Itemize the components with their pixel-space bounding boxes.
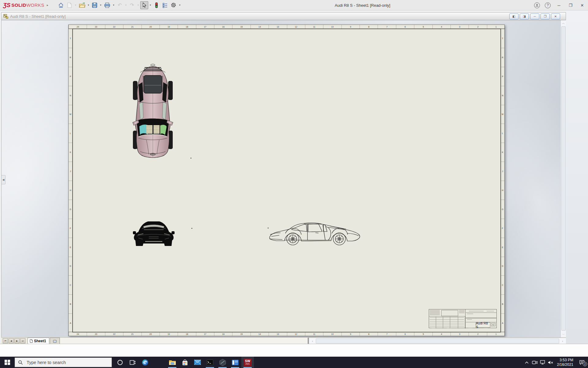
volume-muted-icon[interactable]: [547, 357, 555, 368]
minimize-button[interactable]: ─: [556, 3, 562, 8]
task-view-icon: [130, 360, 136, 365]
help-icon[interactable]: ?: [545, 2, 551, 8]
zone-number-label: 18: [178, 25, 196, 29]
settings-caret-icon[interactable]: ▾: [178, 4, 181, 6]
restore-button[interactable]: ❐: [567, 3, 574, 8]
select-tool-button[interactable]: [140, 1, 148, 9]
side-view-audi-r8[interactable]: [267, 220, 364, 246]
mail-button[interactable]: [191, 357, 204, 368]
rebuild-traffic-light-icon: [155, 2, 158, 8]
zone-number-label: 16: [214, 332, 232, 336]
new-document-icon: [67, 2, 72, 8]
select-tool-caret-icon[interactable]: ▾: [149, 4, 152, 6]
taskbar-clock[interactable]: 3:53 PM 2/16/2021: [555, 358, 576, 367]
hexagon-app-button[interactable]: [216, 357, 229, 368]
solidworks-logo-mark: ƷS: [3, 2, 10, 9]
scroll-right-icon[interactable]: ›: [560, 338, 565, 344]
first-sheet-button[interactable]: ⏮: [3, 338, 8, 343]
vertical-scrollbar[interactable]: ︿ ﹀: [560, 20, 566, 337]
horizontal-scrollbar-thumb[interactable]: [316, 339, 559, 343]
redo-caret-icon[interactable]: ▾: [137, 4, 140, 6]
search-icon: [18, 360, 23, 365]
print-caret-icon[interactable]: ▾: [112, 4, 115, 6]
options-list-button[interactable]: [161, 1, 169, 9]
zone-letter-label: H: [69, 181, 72, 200]
undo-caret-icon[interactable]: ▾: [124, 4, 127, 6]
open-button[interactable]: [78, 1, 86, 9]
redo-button[interactable]: ↷: [128, 1, 136, 9]
file-explorer-button[interactable]: [166, 357, 179, 368]
zone-number-label: 17: [196, 25, 214, 29]
zone-number-label: 15: [232, 25, 250, 29]
sheet1-tab[interactable]: Sheet1: [28, 338, 49, 344]
home-icon: [58, 2, 64, 8]
mail-icon: [194, 359, 201, 365]
search-input[interactable]: [26, 360, 106, 365]
print-button[interactable]: [103, 1, 111, 9]
horizontal-scrollbar[interactable]: ‹ ›: [309, 338, 566, 344]
terminal-button[interactable]: [204, 357, 216, 368]
doc-minimize-button[interactable]: ─: [530, 13, 539, 19]
cortana-button[interactable]: [114, 357, 126, 368]
main-toolbar: ▾ ▾ ▾ ▾ ↶: [57, 1, 181, 9]
top-view-audi-r8[interactable]: [131, 61, 175, 159]
media-app-button[interactable]: [229, 357, 241, 368]
vertical-scrollbar-thumb[interactable]: [561, 26, 566, 331]
new-document-caret-icon[interactable]: ▾: [74, 4, 77, 6]
undo-button[interactable]: ↶: [116, 1, 124, 9]
open-caret-icon[interactable]: ▾: [87, 4, 90, 6]
add-sheet-icon: [53, 339, 57, 343]
task-view-button[interactable]: [126, 357, 139, 368]
zone-number-label: 9: [341, 25, 360, 29]
meet-now-icon[interactable]: [531, 357, 539, 368]
front-view-audi-r8[interactable]: [133, 219, 175, 247]
action-center-button[interactable]: 2: [576, 357, 588, 368]
doc-restore-button[interactable]: ❐: [541, 13, 550, 19]
zone-letter-label: A: [501, 313, 504, 332]
previous-sheet-button[interactable]: ◀: [9, 338, 14, 343]
network-icon[interactable]: [539, 357, 547, 368]
zone-letter-label: F: [501, 219, 504, 238]
solidworks-taskbar-button[interactable]: SW 2021: [241, 357, 254, 368]
hidden-icons-chevron[interactable]: [523, 357, 531, 368]
tile-right-icon[interactable]: ◨: [520, 13, 529, 19]
right-gutter: [566, 10, 588, 357]
zone-number-label: 1: [487, 25, 505, 29]
start-button[interactable]: [0, 357, 15, 368]
save-button[interactable]: [91, 1, 99, 9]
next-sheet-button[interactable]: ▶: [14, 338, 20, 343]
document-titlebar[interactable]: Audi R8 S - Sheet1 [Read-only] ◧ ◨ ─ ❐ ✕: [1, 12, 566, 20]
zone-letter-label: C: [69, 275, 72, 294]
feature-manager-flyout-tab[interactable]: ◀: [2, 175, 6, 184]
account-icon[interactable]: [534, 2, 540, 8]
new-document-button[interactable]: [66, 1, 74, 9]
close-button[interactable]: ✕: [579, 3, 586, 8]
scroll-up-icon[interactable]: ︿: [561, 20, 566, 26]
last-sheet-button[interactable]: ⏭: [20, 338, 25, 343]
save-caret-icon[interactable]: ▾: [99, 4, 102, 6]
taskbar-search-box[interactable]: [15, 358, 112, 367]
doc-close-button[interactable]: ✕: [551, 13, 560, 19]
edge-button[interactable]: [139, 357, 151, 368]
rebuild-button[interactable]: [153, 1, 160, 9]
cortana-icon: [117, 359, 123, 366]
sheet-zone-band-left: TRPNMLKJHGFEDCBA: [69, 29, 73, 332]
windshield-and-interior: [137, 119, 169, 137]
scroll-down-icon[interactable]: ﹀: [561, 332, 566, 337]
zone-letter-label: B: [69, 294, 72, 313]
logo-flyout-arrow-icon[interactable]: ▸: [47, 3, 48, 7]
zone-letter-label: F: [69, 219, 72, 238]
graphics-viewport[interactable]: 242322212019181716151413121110987654321 …: [1, 20, 566, 337]
redo-icon: ↷: [130, 3, 134, 8]
tile-left-icon[interactable]: ◧: [509, 13, 518, 19]
title-block[interactable]: Audi R8 S A2: [429, 309, 497, 328]
zone-number-label: 8: [360, 25, 378, 29]
add-sheet-tab[interactable]: [50, 338, 60, 344]
settings-button[interactable]: [170, 1, 178, 9]
drawing-sheet[interactable]: 242322212019181716151413121110987654321 …: [68, 25, 505, 336]
zone-number-label: 20: [141, 25, 160, 29]
zone-number-label: 21: [123, 25, 141, 29]
store-button[interactable]: [179, 357, 191, 368]
scroll-left-icon[interactable]: ‹: [310, 338, 315, 344]
home-button[interactable]: [57, 1, 65, 9]
